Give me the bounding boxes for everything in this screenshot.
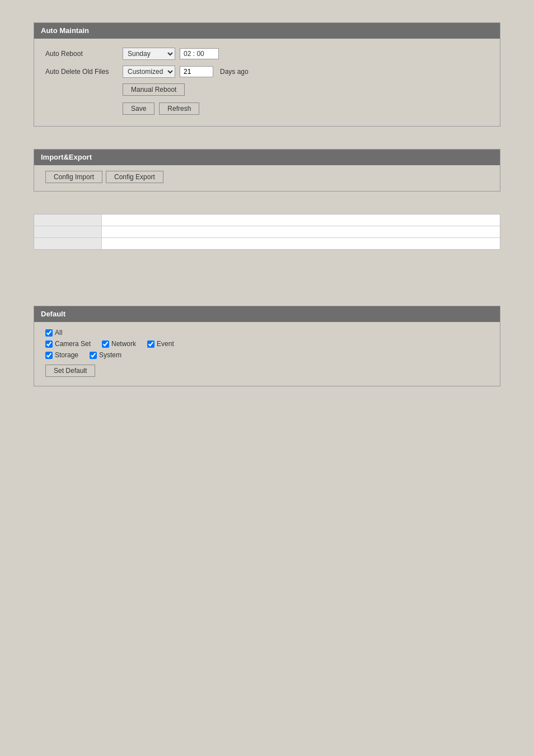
auto-maintain-section: Auto Maintain Auto Reboot Everyday Sunda… bbox=[34, 22, 500, 127]
table-cell-value bbox=[101, 226, 500, 238]
auto-delete-label: Auto Delete Old Files bbox=[45, 68, 118, 76]
set-default-button[interactable]: Set Default bbox=[45, 365, 95, 377]
auto-maintain-header-fill bbox=[96, 23, 500, 39]
checkbox-item-all: All bbox=[45, 329, 62, 337]
checkbox-item-cameraset: Camera Set bbox=[45, 340, 91, 348]
checkbox-network[interactable] bbox=[102, 340, 109, 348]
checkbox-cameraset[interactable] bbox=[45, 340, 53, 348]
auto-delete-row: Auto Delete Old Files Customized 1 Day 3… bbox=[45, 66, 489, 78]
auto-reboot-label: Auto Reboot bbox=[45, 50, 118, 58]
info-table-section bbox=[34, 214, 500, 250]
checkbox-event[interactable] bbox=[147, 340, 154, 348]
table-cell-label bbox=[34, 214, 101, 226]
save-button[interactable]: Save bbox=[123, 102, 154, 115]
checkbox-all[interactable] bbox=[45, 329, 53, 337]
default-header: Default bbox=[34, 306, 79, 322]
auto-reboot-row: Auto Reboot Everyday Sunday Monday Tuesd… bbox=[45, 48, 489, 60]
auto-delete-days-input[interactable]: 21 bbox=[180, 66, 213, 77]
auto-reboot-day-select[interactable]: Everyday Sunday Monday Tuesday Wednesday… bbox=[123, 48, 175, 60]
info-table bbox=[34, 214, 500, 249]
checkbox-system[interactable] bbox=[90, 352, 97, 359]
spacer bbox=[34, 272, 500, 283]
checkbox-item-storage: Storage bbox=[45, 351, 78, 359]
config-import-button[interactable]: Config Import bbox=[45, 171, 102, 183]
import-export-header: Import&Export bbox=[34, 150, 99, 165]
checkbox-item-system: System bbox=[90, 351, 121, 359]
default-section: Default All Camera Set bbox=[34, 306, 500, 386]
checkbox-item-event: Event bbox=[147, 340, 174, 348]
checkbox-storage-label: Storage bbox=[55, 351, 78, 359]
table-cell-value bbox=[101, 238, 500, 250]
checkbox-network-label: Network bbox=[111, 340, 136, 348]
checkbox-group: All Camera Set Network Event bbox=[45, 329, 489, 359]
import-export-header-fill bbox=[99, 150, 500, 165]
table-cell-label bbox=[34, 238, 101, 250]
manual-reboot-row: Manual Reboot bbox=[45, 83, 489, 96]
import-export-body: Config Import Config Export bbox=[34, 165, 500, 191]
checkbox-system-label: System bbox=[99, 351, 121, 359]
auto-maintain-header: Auto Maintain bbox=[34, 23, 96, 39]
auto-maintain-body: Auto Reboot Everyday Sunday Monday Tuesd… bbox=[34, 39, 500, 126]
checkbox-all-label: All bbox=[55, 329, 62, 337]
table-row bbox=[34, 214, 500, 226]
checkbox-cameraset-label: Camera Set bbox=[55, 340, 91, 348]
manual-reboot-button[interactable]: Manual Reboot bbox=[123, 83, 185, 96]
import-export-section: Import&Export Config Import Config Expor… bbox=[34, 149, 500, 192]
checkbox-row-2: Storage System bbox=[45, 351, 489, 359]
checkbox-event-label: Event bbox=[157, 340, 174, 348]
refresh-button[interactable]: Refresh bbox=[159, 102, 199, 115]
auto-reboot-time: 02 : 00 bbox=[180, 48, 219, 59]
checkbox-storage[interactable] bbox=[45, 352, 53, 359]
table-cell-label bbox=[34, 226, 101, 238]
auto-delete-mode-select[interactable]: Customized 1 Day 3 Days 7 Days 14 Days 3… bbox=[123, 66, 175, 78]
default-header-fill bbox=[79, 306, 500, 322]
table-row bbox=[34, 238, 500, 250]
page-wrapper: Auto Maintain Auto Reboot Everyday Sunda… bbox=[0, 0, 534, 409]
checkbox-row-all: All bbox=[45, 329, 489, 337]
checkbox-row-1: Camera Set Network Event bbox=[45, 340, 489, 348]
config-export-button[interactable]: Config Export bbox=[106, 171, 163, 183]
days-ago-label: Days ago bbox=[220, 68, 249, 76]
save-refresh-row: Save Refresh bbox=[45, 102, 489, 115]
table-cell-value bbox=[101, 214, 500, 226]
checkbox-item-network: Network bbox=[102, 340, 136, 348]
table-row bbox=[34, 226, 500, 238]
default-body: All Camera Set Network Event bbox=[34, 322, 500, 386]
